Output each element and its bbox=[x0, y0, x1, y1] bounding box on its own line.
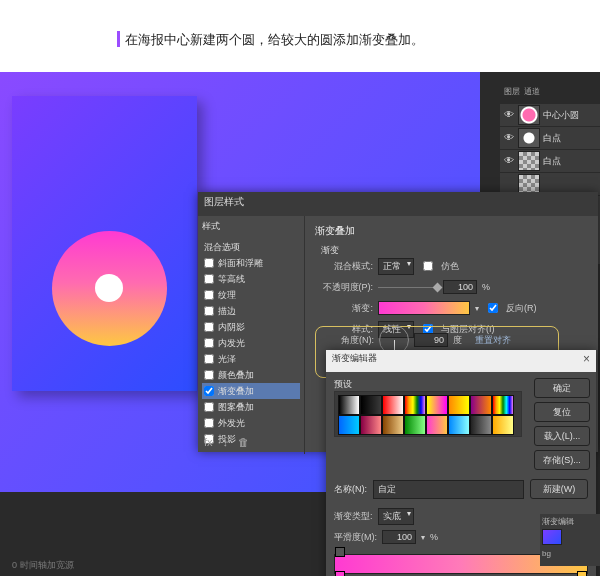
angle-value[interactable]: 90 bbox=[414, 333, 448, 347]
gradient-type-select[interactable]: 实底 bbox=[378, 508, 414, 525]
name-input[interactable]: 自定 bbox=[373, 480, 524, 499]
preset-swatch[interactable] bbox=[360, 395, 382, 415]
preset-swatch[interactable] bbox=[470, 415, 492, 435]
layer-thumb bbox=[518, 151, 540, 171]
gradient-editor-title: 渐变编辑器 bbox=[332, 352, 377, 370]
arrow-icon[interactable]: ↕ bbox=[223, 436, 229, 448]
blend-mode-select[interactable]: 正常 bbox=[378, 258, 414, 275]
small-circle-shape[interactable] bbox=[95, 274, 123, 302]
layers-tabs[interactable]: 图层 通道 bbox=[500, 84, 600, 104]
ge-new-button[interactable]: 新建(W) bbox=[530, 479, 588, 499]
layer-label: 白点 bbox=[543, 155, 561, 168]
visibility-icon[interactable]: 👁 bbox=[503, 132, 515, 144]
ge-save-button[interactable]: 存储(S)... bbox=[534, 450, 590, 470]
poster-artboard[interactable] bbox=[12, 96, 197, 391]
opacity-value[interactable]: 100 bbox=[443, 280, 477, 294]
preset-swatch[interactable] bbox=[338, 415, 360, 435]
mini-panel-label: 渐变编辑 bbox=[542, 516, 598, 527]
style-option[interactable]: 描边 bbox=[202, 303, 300, 319]
preset-swatch[interactable] bbox=[338, 395, 360, 415]
gradient-editor-buttons: 确定 复位 载入(L)... 存储(S)... bbox=[534, 378, 590, 470]
preset-swatch[interactable] bbox=[404, 415, 426, 435]
angle-unit: 度 bbox=[453, 334, 462, 347]
preset-swatch[interactable] bbox=[426, 415, 448, 435]
dialog-title: 图层样式 bbox=[198, 192, 598, 216]
ge-ok-button[interactable]: 确定 bbox=[534, 378, 590, 398]
reset-align-button[interactable]: 重置对齐 bbox=[475, 334, 511, 347]
close-icon[interactable]: × bbox=[583, 352, 590, 370]
name-row: 名称(N): 自定 新建(W) bbox=[334, 479, 588, 499]
dither-checkbox[interactable] bbox=[423, 261, 433, 271]
dither-label: 仿色 bbox=[441, 260, 459, 273]
fx-icon[interactable]: fx bbox=[204, 436, 213, 448]
layer-row[interactable]: 👁 白点 bbox=[500, 127, 600, 150]
style-list-header: 样式 bbox=[202, 220, 300, 233]
smoothness-value[interactable]: 100 bbox=[382, 530, 416, 544]
smoothness-label: 平滑度(M): bbox=[334, 531, 377, 544]
style-list: 样式 混合选项 斜面和浮雕 等高线 纹理 描边 内阴影 内发光 光泽 颜色叠加 … bbox=[198, 216, 305, 454]
visibility-icon[interactable]: 👁 bbox=[503, 109, 515, 121]
visibility-icon[interactable]: 👁 bbox=[503, 155, 515, 167]
section-title: 渐变叠加 bbox=[315, 224, 588, 238]
preset-swatch[interactable] bbox=[382, 395, 404, 415]
reverse-checkbox[interactable] bbox=[488, 303, 498, 313]
preset-swatch[interactable] bbox=[470, 395, 492, 415]
layer-thumb bbox=[518, 128, 540, 148]
smoothness-unit: % bbox=[430, 532, 438, 542]
style-option[interactable]: 光泽 bbox=[202, 351, 300, 367]
chevron-down-icon[interactable]: ▾ bbox=[421, 533, 425, 542]
ge-cancel-button[interactable]: 复位 bbox=[534, 402, 590, 422]
timeline-footer: 0 时间轴加宽源 bbox=[12, 559, 74, 572]
color-stop-right[interactable] bbox=[577, 571, 587, 576]
style-option[interactable]: 颜色叠加 bbox=[202, 367, 300, 383]
style-list-footer: fx ↕ 🗑 bbox=[204, 436, 249, 448]
layer-label: 中心小圆 bbox=[543, 109, 579, 122]
reverse-label: 反向(R) bbox=[506, 302, 537, 315]
app-window: 0 时间轴加宽源 图层 通道 👁 中心小圆 👁 白点 👁 白点 确定 取 bbox=[0, 72, 600, 576]
style-option[interactable]: 内阴影 bbox=[202, 319, 300, 335]
layer-thumb bbox=[518, 105, 540, 125]
preset-swatch[interactable] bbox=[492, 415, 514, 435]
preset-swatch[interactable] bbox=[448, 415, 470, 435]
preset-swatch[interactable] bbox=[426, 395, 448, 415]
gradient-editor-titlebar: 渐变编辑器 × bbox=[326, 350, 596, 372]
visibility-icon[interactable] bbox=[503, 178, 515, 190]
opacity-label: 不透明度(P): bbox=[321, 281, 373, 294]
blending-options[interactable]: 混合选项 bbox=[202, 239, 300, 255]
layer-row[interactable]: 👁 白点 bbox=[500, 150, 600, 173]
opacity-slider[interactable] bbox=[378, 287, 438, 288]
style-option[interactable]: 外发光 bbox=[202, 415, 300, 431]
subsection-title: 渐变 bbox=[321, 244, 588, 257]
layer-row[interactable]: 👁 中心小圆 bbox=[500, 104, 600, 127]
preset-swatch[interactable] bbox=[492, 395, 514, 415]
gradient-preview[interactable] bbox=[378, 301, 470, 315]
preset-swatch[interactable] bbox=[448, 395, 470, 415]
style-option-gradient-overlay[interactable]: 渐变叠加 bbox=[202, 383, 300, 399]
style-option[interactable]: 等高线 bbox=[202, 271, 300, 287]
preset-grid bbox=[334, 391, 522, 437]
mini-thumb[interactable] bbox=[542, 529, 562, 545]
style-option[interactable]: 内发光 bbox=[202, 335, 300, 351]
trash-icon[interactable]: 🗑 bbox=[238, 436, 249, 448]
blend-mode-label: 混合模式: bbox=[321, 260, 373, 273]
chevron-down-icon[interactable]: ▾ bbox=[475, 304, 479, 313]
opacity-unit: % bbox=[482, 282, 490, 292]
color-stop-left[interactable] bbox=[335, 571, 345, 576]
mini-layers-panel: 渐变编辑 bg bbox=[540, 514, 600, 566]
style-option[interactable]: 斜面和浮雕 bbox=[202, 255, 300, 271]
style-option[interactable]: 图案叠加 bbox=[202, 399, 300, 415]
preset-swatch[interactable] bbox=[382, 415, 404, 435]
gradient-type-label: 渐变类型: bbox=[334, 510, 373, 523]
opacity-stop[interactable] bbox=[335, 547, 345, 557]
tab-layers[interactable]: 图层 bbox=[504, 86, 520, 102]
ge-load-button[interactable]: 载入(L)... bbox=[534, 426, 590, 446]
preset-swatch[interactable] bbox=[360, 415, 382, 435]
preset-swatch[interactable] bbox=[404, 395, 426, 415]
layer-thumb bbox=[518, 174, 540, 194]
instruction-caption: 在海报中心新建两个圆，给较大的圆添加渐变叠加。 bbox=[125, 30, 570, 50]
layer-label: 白点 bbox=[543, 132, 561, 145]
name-label: 名称(N): bbox=[334, 483, 367, 496]
tab-channels[interactable]: 通道 bbox=[524, 86, 540, 102]
angle-label: 角度(N): bbox=[322, 334, 374, 347]
style-option[interactable]: 纹理 bbox=[202, 287, 300, 303]
